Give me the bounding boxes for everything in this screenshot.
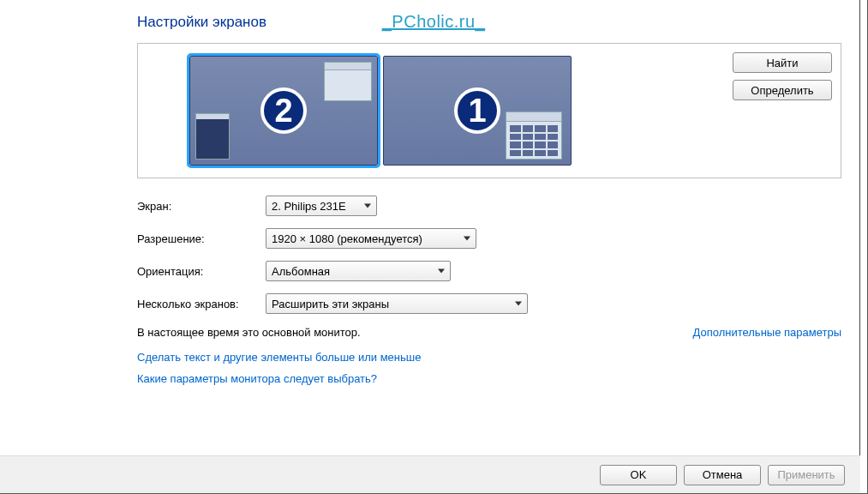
- monitor-1[interactable]: 1: [383, 56, 572, 166]
- monitor-number-badge: 2: [260, 87, 307, 134]
- chevron-down-icon: [464, 237, 470, 241]
- find-button[interactable]: Найти: [733, 52, 832, 73]
- monitor-preview-area: 2 1 Найти Определить: [137, 43, 841, 178]
- display-select[interactable]: 2. Philips 231E: [266, 196, 377, 216]
- multiple-displays-select[interactable]: Расширить эти экраны: [266, 293, 528, 314]
- window-preview-icon: [324, 62, 372, 101]
- chevron-down-icon: [438, 269, 445, 274]
- chevron-down-icon: [364, 204, 371, 208]
- monitor-number-badge: 1: [454, 87, 500, 134]
- orientation-select[interactable]: Альбомная: [266, 261, 451, 281]
- chevron-down-icon: [515, 302, 522, 306]
- window-preview-icon: [195, 113, 230, 160]
- resolution-select[interactable]: 1920 × 1080 (рекомендуется): [266, 228, 476, 249]
- dialog-footer: OK Отмена Применить: [0, 455, 860, 493]
- identify-button[interactable]: Определить: [733, 80, 832, 100]
- apply-button: Применить: [768, 465, 845, 485]
- ok-button[interactable]: OK: [600, 465, 677, 485]
- monitor-2[interactable]: 2: [189, 56, 378, 166]
- resolution-select-value: 1920 × 1080 (рекомендуется): [272, 232, 422, 245]
- display-settings-window: _PCholic.ru_ Настройки экранов 2 1 Найти…: [0, 0, 868, 494]
- display-select-value: 2. Philips 231E: [272, 200, 346, 213]
- orientation-select-value: Альбомная: [272, 265, 330, 278]
- window-preview-icon: [506, 111, 562, 160]
- cancel-button[interactable]: Отмена: [684, 465, 761, 485]
- multiple-displays-select-value: Расширить эти экраны: [272, 298, 389, 310]
